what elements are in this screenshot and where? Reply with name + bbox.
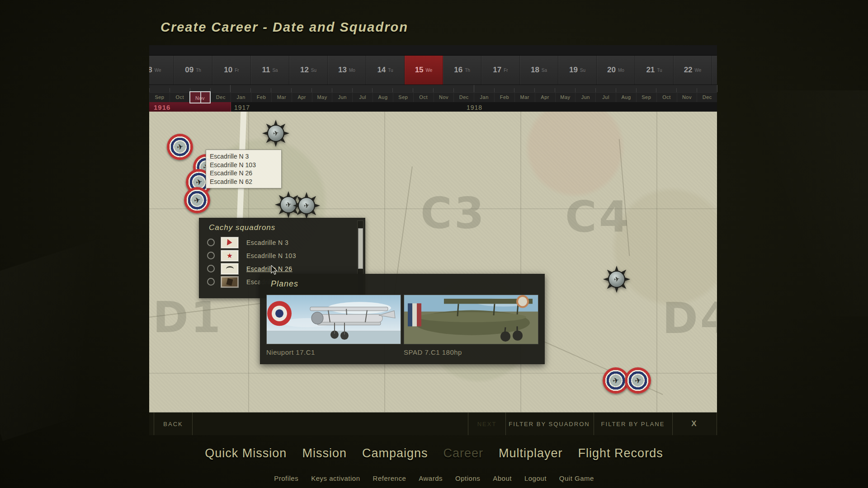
- squadron-option[interactable]: Escadrille N 3: [199, 236, 355, 249]
- squadron-marker-german[interactable]: ✈: [293, 192, 320, 219]
- plane-card[interactable]: SPAD 7.C1 180hp: [404, 295, 538, 356]
- day-weekday: Th: [465, 68, 470, 73]
- timeline-month[interactable]: Jun: [332, 93, 352, 102]
- month-strip[interactable]: SepOctNovDecJanFebMarAprMayJunJulAugSepO…: [149, 92, 717, 102]
- timeline-day[interactable]: 09Th: [174, 56, 212, 84]
- timeline-day[interactable]: 22We: [674, 56, 712, 84]
- timeline-month[interactable]: Oct: [656, 93, 677, 102]
- filter-by-squadron-button[interactable]: FILTER BY SQUADRON: [505, 413, 594, 435]
- main-nav-item-career[interactable]: Career: [443, 446, 484, 460]
- timeline-day[interactable]: 19Su: [558, 56, 597, 84]
- timeline-month[interactable]: Sep: [149, 93, 170, 102]
- timeline-month[interactable]: Aug: [373, 93, 393, 102]
- day-weekday: Fr: [235, 68, 239, 73]
- squadron-marker-french[interactable]: ✈: [625, 367, 651, 394]
- main-nav: Quick MissionMissionCampaignsCareerMulti…: [0, 446, 868, 460]
- timeline-day[interactable]: 14Tu: [366, 56, 405, 84]
- plane-card[interactable]: Nieuport 17.C1: [266, 295, 400, 356]
- day-weekday: Su: [580, 68, 585, 73]
- footer-nav-item-reference[interactable]: Reference: [373, 474, 406, 482]
- timeline-month[interactable]: Jan: [231, 93, 251, 102]
- timeline-day[interactable]: 12Su: [289, 56, 328, 84]
- squadron-option[interactable]: ★Escadrille N 103: [199, 249, 355, 262]
- scrollbar-thumb[interactable]: [358, 228, 363, 269]
- timeline-month[interactable]: Jul: [352, 93, 373, 102]
- back-button[interactable]: BACK: [154, 413, 193, 435]
- timeline-month[interactable]: Jun: [575, 93, 595, 102]
- footer-nav-item-keys-activation[interactable]: Keys activation: [311, 474, 360, 482]
- timeline-month[interactable]: Mar: [271, 93, 292, 102]
- squadron-option-label: Escadrille N 3: [246, 239, 288, 246]
- squadron-marker-german[interactable]: ✈: [603, 266, 630, 293]
- footer-nav-item-profiles[interactable]: Profiles: [274, 474, 298, 482]
- day-number: 21: [646, 66, 655, 75]
- timeline-month[interactable]: Oct: [413, 93, 434, 102]
- timeline-month[interactable]: Oct: [170, 93, 190, 102]
- filter-by-plane-button[interactable]: FILTER BY PLANE: [594, 413, 673, 435]
- timeline-month[interactable]: Apr: [535, 93, 555, 102]
- timeline-day[interactable]: 16Th: [443, 56, 481, 84]
- timeline-day[interactable]: 20Mo: [597, 56, 635, 84]
- next-button-disabled[interactable]: NEXT: [468, 413, 506, 435]
- timeline-month[interactable]: Mar: [514, 93, 535, 102]
- timeline-month[interactable]: Aug: [616, 93, 636, 102]
- radio-button[interactable]: [207, 278, 215, 286]
- day-strip[interactable]: 8We09Th10Fr11Sa12Su13Mo14Tu15We16Th17Fr1…: [149, 56, 717, 85]
- timeline-day[interactable]: 11Sa: [251, 56, 289, 84]
- squadron-marker-french[interactable]: ✈: [184, 187, 210, 213]
- timeline-day[interactable]: 17Fr: [481, 56, 520, 84]
- radio-button[interactable]: [207, 252, 215, 259]
- plane-icon: ✈: [195, 177, 203, 188]
- timeline-month[interactable]: Dec: [210, 93, 231, 102]
- main-nav-item-multiplayer[interactable]: Multiplayer: [499, 446, 563, 460]
- timeline-month[interactable]: Nov: [434, 93, 454, 102]
- footer-nav-item-awards[interactable]: Awards: [419, 474, 443, 482]
- timeline-month[interactable]: May: [555, 93, 576, 102]
- year-label-1916: 1916: [154, 103, 170, 111]
- main-nav-item-campaigns[interactable]: Campaigns: [362, 446, 428, 460]
- timeline-month[interactable]: Jan: [474, 93, 494, 102]
- map-grid-label: C3: [420, 188, 486, 238]
- timeline-month[interactable]: Dec: [453, 93, 474, 102]
- timeline-month[interactable]: Sep: [393, 93, 413, 102]
- timeline-day[interactable]: 18Sa: [520, 56, 558, 84]
- close-icon[interactable]: X: [672, 413, 717, 435]
- main-nav-item-quick-mission[interactable]: Quick Mission: [205, 446, 287, 460]
- squadron-marker-french[interactable]: ✈: [167, 134, 193, 160]
- timeline-month[interactable]: Feb: [494, 93, 514, 102]
- timeline-month[interactable]: Sep: [636, 93, 656, 102]
- footer-nav: ProfilesKeys activationReferenceAwardsOp…: [0, 474, 868, 483]
- footer-nav-item-quit-game[interactable]: Quit Game: [559, 474, 594, 482]
- footer-nav-item-about[interactable]: About: [493, 474, 512, 482]
- timeline-day[interactable]: 10Fr: [212, 56, 251, 84]
- timeline-day[interactable]: 13Mo: [328, 56, 366, 84]
- main-nav-item-mission[interactable]: Mission: [302, 446, 347, 460]
- radio-button[interactable]: [207, 239, 215, 246]
- tooltip-squadron-name: Escadrille N 26: [210, 169, 278, 178]
- timeline-month[interactable]: Jul: [595, 93, 616, 102]
- timeline-month[interactable]: May: [312, 93, 332, 102]
- timeline-day[interactable]: 23Th: [712, 56, 717, 84]
- squadron-option-label: Escadrille N 26: [246, 265, 292, 272]
- month-tick: [453, 88, 454, 92]
- radio-button[interactable]: [207, 265, 215, 272]
- timeline-month[interactable]: Nov: [189, 91, 211, 103]
- timeline-month[interactable]: Nov: [677, 93, 697, 102]
- timeline-day[interactable]: 8We: [149, 56, 174, 84]
- timeline-day[interactable]: 21Tu: [635, 56, 674, 84]
- squadron-marker-german[interactable]: ✈: [262, 120, 289, 147]
- footer-nav-item-options[interactable]: Options: [455, 474, 480, 482]
- main-nav-item-flight-records[interactable]: Flight Records: [578, 446, 663, 460]
- timeline-month[interactable]: Apr: [292, 93, 312, 102]
- map-grid-label: D1: [153, 292, 223, 342]
- timeline-month[interactable]: Feb: [251, 93, 271, 102]
- footer-nav-item-logout[interactable]: Logout: [524, 474, 547, 482]
- month-tick: [697, 88, 697, 92]
- day-weekday: Th: [196, 68, 201, 73]
- timeline-month[interactable]: Dec: [697, 93, 717, 102]
- day-weekday: Mo: [349, 68, 355, 73]
- timeline-day[interactable]: 15We: [405, 56, 443, 84]
- month-tick: [717, 85, 717, 92]
- month-tick: [352, 88, 353, 92]
- map[interactable]: Escadrille N 3Escadrille N 103Escadrille…: [149, 112, 717, 412]
